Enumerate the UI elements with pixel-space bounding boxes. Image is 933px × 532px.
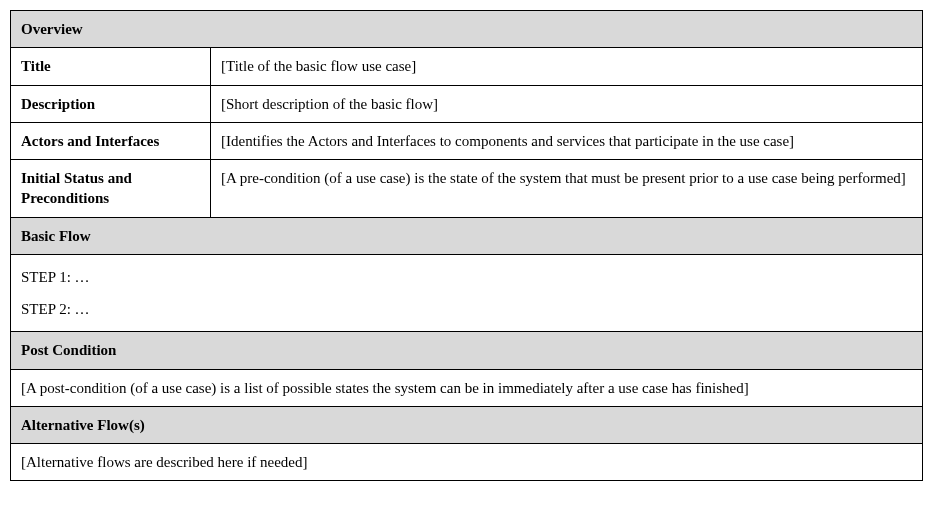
use-case-table: Overview Title [Title of the basic flow …: [10, 10, 923, 481]
actors-label: Actors and Interfaces: [11, 122, 211, 159]
alternative-flow-text: [Alternative flows are described here if…: [11, 444, 923, 481]
post-condition-text: [A post-condition (of a use case) is a l…: [11, 369, 923, 406]
title-label: Title: [11, 48, 211, 85]
actors-value: [Identifies the Actors and Interfaces to…: [211, 122, 923, 159]
basic-flow-step: STEP 2: …: [21, 299, 912, 319]
title-value: [Title of the basic flow use case]: [211, 48, 923, 85]
preconditions-value: [A pre-condition (of a use case) is the …: [211, 160, 923, 218]
alternative-flow-header: Alternative Flow(s): [11, 406, 923, 443]
basic-flow-step: STEP 1: …: [21, 267, 912, 287]
description-value: [Short description of the basic flow]: [211, 85, 923, 122]
preconditions-label: Initial Status and Preconditions: [11, 160, 211, 218]
post-condition-header: Post Condition: [11, 332, 923, 369]
overview-header: Overview: [11, 11, 923, 48]
basic-flow-steps: STEP 1: … STEP 2: …: [11, 254, 923, 332]
description-label: Description: [11, 85, 211, 122]
basic-flow-header: Basic Flow: [11, 217, 923, 254]
